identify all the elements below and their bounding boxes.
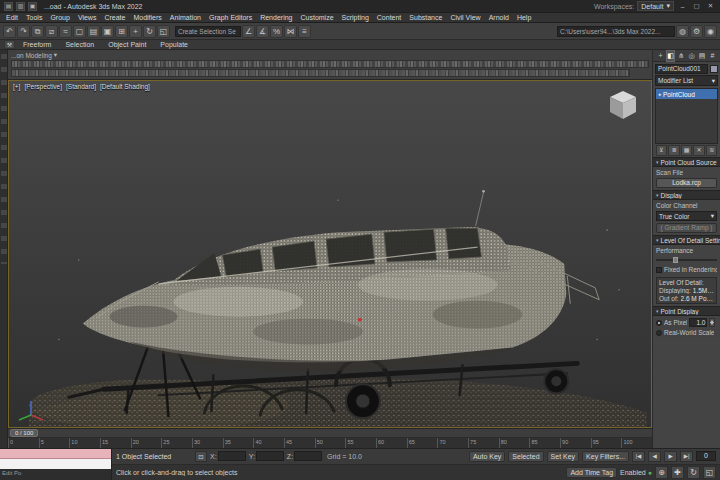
modifier-stack-item-pointcloud[interactable]: ● PointCloud — [656, 89, 717, 99]
menu-item-tools[interactable]: Tools — [22, 14, 46, 21]
selection-key-dropdown[interactable]: Selected — [508, 451, 543, 462]
modifier-enabled-icon[interactable]: ● — [658, 91, 661, 97]
tab-object-paint[interactable]: Object Paint — [102, 40, 152, 49]
maximize-icon[interactable]: ▢ — [691, 2, 702, 10]
object-color-swatch[interactable] — [710, 65, 718, 73]
modifier-stack[interactable]: ● PointCloud — [655, 88, 718, 144]
percent-snap-icon[interactable]: % — [270, 25, 283, 38]
named-selection-set-field[interactable]: Create Selection Se — [175, 26, 241, 37]
play-button[interactable]: ▶ — [664, 451, 677, 462]
workspace-dropdown[interactable]: Default ▾ — [637, 1, 674, 11]
viewport-menu-pov[interactable]: [Perspective] — [24, 83, 62, 90]
object-name-field[interactable]: PointCloud001 — [655, 64, 708, 74]
unlink-selection-icon[interactable]: ⧄ — [45, 25, 58, 38]
maxscript-listener-input[interactable] — [0, 459, 111, 469]
material-editor-icon[interactable]: ◍ — [676, 25, 689, 38]
snaps-toggle-icon[interactable]: ∠ — [242, 25, 255, 38]
adaptive-degradation-toggle[interactable]: Enabled ● — [620, 469, 652, 476]
go-to-end-button[interactable]: ▶| — [680, 451, 693, 462]
auto-key-button[interactable]: Auto Key — [469, 451, 505, 462]
modify-tab-icon[interactable]: ◧ — [666, 50, 675, 62]
project-path-field[interactable]: C:\Users\user94...\3ds Max 2022... — [557, 26, 675, 37]
viewcube[interactable] — [605, 87, 641, 123]
window-crossing-icon[interactable]: ⊞ — [115, 25, 128, 38]
color-channel-dropdown[interactable]: True Color ▾ — [656, 211, 717, 221]
pin-stack-icon[interactable]: ⊻ — [656, 145, 668, 156]
radio-icon[interactable] — [656, 330, 662, 336]
align-icon[interactable]: ≡ — [298, 25, 311, 38]
maxscript-macro-recorder[interactable] — [0, 449, 111, 459]
select-and-move-icon[interactable]: + — [129, 25, 142, 38]
minimize-icon[interactable]: – — [677, 3, 688, 10]
ribbon-icon-strip-row2[interactable] — [11, 69, 630, 77]
tab-selection[interactable]: Selection — [59, 40, 100, 49]
viewport-menu-renderer[interactable]: [Standard] — [66, 83, 96, 90]
menu-item-rendering[interactable]: Rendering — [256, 14, 296, 21]
tab-populate[interactable]: Populate — [154, 40, 194, 49]
as-pixel-row[interactable]: As Pixel 1.0 — [656, 318, 717, 327]
maximize-viewport-icon[interactable]: ◱ — [703, 466, 716, 479]
rollout-point-cloud-source[interactable]: ▾ Point Cloud Source — [653, 157, 720, 167]
motion-tab-icon[interactable]: ◎ — [687, 51, 696, 61]
close-icon[interactable]: ✕ — [705, 2, 716, 10]
utilities-tab-icon[interactable]: # — [708, 51, 717, 61]
menu-item-customize[interactable]: Customize — [296, 14, 337, 21]
bind-to-space-warp-icon[interactable]: ≈ — [59, 25, 72, 38]
menu-item-edit[interactable]: Edit — [2, 14, 22, 21]
ribbon-icon-strip-row1[interactable] — [11, 60, 649, 68]
undo-icon[interactable]: ↶ — [3, 25, 16, 38]
orbit-icon[interactable]: ↻ — [687, 466, 700, 479]
scan-file-button[interactable]: Lodka.rcp — [656, 178, 717, 188]
y-coordinate-field[interactable] — [256, 451, 284, 461]
left-toolbar-strip[interactable] — [0, 50, 8, 448]
radio-icon[interactable] — [656, 320, 662, 326]
perspective-viewport[interactable]: [+] [Perspective] [Standard] [Default Sh… — [8, 80, 652, 428]
show-end-result-icon[interactable]: ≣ — [668, 145, 680, 156]
render-icon[interactable]: ◉ — [704, 25, 717, 38]
pan-icon[interactable]: ✚ — [671, 466, 684, 479]
new-file-icon[interactable]: ▤ — [4, 2, 13, 11]
viewport-menu-shading[interactable]: [Default Shading] — [100, 83, 150, 90]
lod-slider[interactable] — [656, 256, 717, 264]
selection-region-icon[interactable]: ▣ — [101, 25, 114, 38]
rollout-point-display[interactable]: ▾ Point Display — [653, 306, 720, 316]
save-file-icon[interactable]: ▣ — [28, 2, 37, 11]
spinner-icon[interactable] — [709, 318, 715, 327]
menu-item-content[interactable]: Content — [373, 14, 406, 21]
tab-freeform[interactable]: Freeform — [17, 40, 57, 49]
rollout-display[interactable]: ▾ Display — [653, 190, 720, 200]
menu-item-create[interactable]: Create — [100, 14, 129, 21]
select-and-rotate-icon[interactable]: ↻ — [143, 25, 156, 38]
selection-lock-icon[interactable]: ⊡ — [195, 451, 207, 462]
menu-item-group[interactable]: Group — [46, 14, 73, 21]
select-and-link-icon[interactable]: ⧉ — [31, 25, 44, 38]
x-coordinate-field[interactable] — [218, 451, 246, 461]
display-tab-icon[interactable]: ▤ — [698, 51, 707, 61]
modifier-list-dropdown[interactable]: Modifier List ▾ — [655, 75, 718, 86]
as-pixel-value-field[interactable]: 1.0 — [689, 318, 707, 327]
mirror-icon[interactable]: ⋈ — [284, 25, 297, 38]
select-and-scale-icon[interactable]: ◱ — [157, 25, 170, 38]
set-key-button[interactable]: Set Key — [547, 451, 580, 462]
previous-frame-button[interactable]: ◀ — [648, 451, 661, 462]
checkbox-icon[interactable] — [656, 267, 662, 273]
viewport-canvas[interactable] — [9, 81, 651, 427]
lod-slider-thumb[interactable] — [673, 257, 678, 263]
rollout-lod-setting[interactable]: ▾ Level Of Detail Setting — [653, 235, 720, 245]
menu-item-views[interactable]: Views — [74, 14, 101, 21]
menu-item-help[interactable]: Help — [513, 14, 535, 21]
gradient-ramp-button[interactable]: ( Gradient Ramp ) — [656, 223, 717, 233]
hierarchy-tab-icon[interactable]: ⋔ — [677, 51, 686, 61]
configure-modifier-sets-icon[interactable]: ≋ — [706, 145, 718, 156]
real-world-scale-row[interactable]: Real-World Scale — [656, 329, 717, 336]
go-to-start-button[interactable]: |◀ — [632, 451, 645, 462]
current-frame-field[interactable]: 0 — [696, 451, 716, 461]
select-object-icon[interactable]: ▢ — [73, 25, 86, 38]
fixed-in-rendering-row[interactable]: Fixed in Rendering — [656, 266, 717, 273]
ribbon-panel-label[interactable]: ...on Modeling ▾ — [11, 51, 649, 59]
render-setup-icon[interactable]: ⚙ — [690, 25, 703, 38]
menu-item-substance[interactable]: Substance — [405, 14, 446, 21]
menu-item-civil-view[interactable]: Civil View — [446, 14, 484, 21]
menu-item-arnold[interactable]: Arnold — [485, 14, 513, 21]
z-coordinate-field[interactable] — [294, 451, 322, 461]
